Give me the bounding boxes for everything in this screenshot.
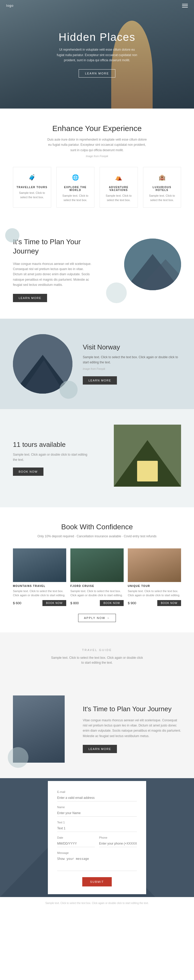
fjord-price: $ 800 bbox=[71, 601, 79, 605]
tours-description: Sample text. Click again or double click… bbox=[13, 452, 92, 462]
unique-price: $ 900 bbox=[128, 601, 136, 605]
plan-right bbox=[102, 236, 181, 303]
guide-description: Sample text. Click to select the text bo… bbox=[50, 655, 144, 665]
mountains-title: MOUNTAINS TRAVEL bbox=[13, 585, 66, 587]
enhance-section: Enhance Your Experience Duis aute irure … bbox=[0, 108, 194, 220]
feature-hotels-title: LUXURIOUS HOTELS bbox=[146, 186, 178, 191]
phone-input[interactable] bbox=[99, 840, 137, 847]
fjord-title: FJORD CRUISE bbox=[71, 585, 123, 587]
guide-section: TRAVEL GUIDE Sample text. Click to selec… bbox=[0, 632, 194, 690]
text1-group: Text 1 bbox=[57, 821, 137, 832]
contact-section: E-mail Name Text 1 Date Phone Message SU… bbox=[0, 778, 194, 897]
tour-card-unique: UNIQUE TOUR Sample text. Click to select… bbox=[128, 549, 181, 606]
mountains-desc: Sample text. Click to select the text bo… bbox=[13, 589, 66, 598]
plan-section: It's Time to Plan Your Journey Vitae con… bbox=[0, 220, 194, 319]
hero-section: Hidden Places Ut reprehenderit in volupt… bbox=[0, 0, 194, 108]
hamburger-menu[interactable] bbox=[182, 4, 188, 8]
logo: logo bbox=[6, 4, 14, 8]
mountains-price: $ 600 bbox=[13, 601, 21, 605]
enhance-img-credit: Image from Freepik bbox=[13, 155, 181, 158]
email-label: E-mail bbox=[57, 790, 137, 794]
apply-now-button[interactable]: APPLY NOW → bbox=[78, 614, 116, 622]
fjord-footer: $ 800 BOOK NOW bbox=[71, 600, 123, 606]
site-footer: Sample text. Click to select the text bo… bbox=[0, 897, 194, 910]
message-input[interactable] bbox=[57, 856, 137, 871]
fjord-image bbox=[71, 549, 123, 582]
plan2-description: Vitae congue mauris rhoncus aenean vel e… bbox=[83, 718, 181, 739]
plan-circle-small bbox=[106, 283, 127, 303]
unique-image bbox=[128, 549, 181, 582]
name-input[interactable] bbox=[57, 810, 137, 817]
unique-book-button[interactable]: BOOK NOW bbox=[157, 600, 181, 606]
guide-label: TRAVEL GUIDE bbox=[50, 648, 144, 652]
unique-footer: $ 900 BOOK NOW bbox=[128, 600, 181, 606]
features-grid: 🧳 TRAVELLER TOURS Sample text. Click to … bbox=[13, 167, 181, 207]
text1-input[interactable] bbox=[57, 825, 137, 832]
tours-cards: MOUNTAINS TRAVEL Sample text. Click to s… bbox=[13, 549, 181, 606]
plan-cta-button[interactable]: LEARN MORE bbox=[13, 294, 47, 302]
footer-text: Sample text. Click to select the text bo… bbox=[13, 901, 181, 905]
plan2-title: It's Time to Plan Your Journey bbox=[83, 705, 181, 714]
norway-cta-button[interactable]: LEARN MORE bbox=[83, 376, 117, 385]
norway-image-wrap bbox=[13, 334, 72, 394]
norway-circle-decor bbox=[59, 381, 78, 399]
hero-description: Ut reprehenderit in voluptate velit esse… bbox=[56, 47, 138, 63]
unique-title: UNIQUE TOUR bbox=[128, 585, 181, 587]
tours-section: 11 tours available Sample text. Click ag… bbox=[0, 409, 194, 508]
plan-left: It's Time to Plan Your Journey Vitae con… bbox=[13, 237, 92, 302]
feature-explore-desc: Sample text. Click to select the text bo… bbox=[59, 194, 92, 202]
feature-hotels: 🏨 LUXURIOUS HOTELS Sample text. Click to… bbox=[143, 167, 181, 207]
plan2-left bbox=[13, 695, 72, 763]
fjord-book-button[interactable]: BOOK NOW bbox=[100, 600, 123, 606]
enhance-description: Duis aute irure dolor in reprehenderit i… bbox=[45, 137, 149, 153]
date-phone-row: Date Phone bbox=[57, 836, 137, 851]
plan2-right: It's Time to Plan Your Journey Vitae con… bbox=[83, 705, 181, 753]
feature-explore: 🌐 EXPLORE THE WORLD Sample text. Click t… bbox=[56, 167, 95, 207]
name-group: Name bbox=[57, 805, 137, 817]
message-label: Message bbox=[57, 851, 137, 854]
feature-adventure-desc: Sample text. Click to select the text bo… bbox=[103, 194, 135, 202]
plan-circle-decor bbox=[5, 228, 19, 242]
submit-button[interactable]: SUBMIT bbox=[82, 877, 112, 886]
contact-form: E-mail Name Text 1 Date Phone Message SU… bbox=[48, 781, 146, 894]
plan-image bbox=[124, 239, 181, 290]
mountains-book-button[interactable]: BOOK NOW bbox=[42, 600, 66, 606]
plan2-section: It's Time to Plan Your Journey Vitae con… bbox=[0, 690, 194, 778]
plan-description: Vitae congue mauris rhoncus aenean vel e… bbox=[13, 261, 92, 288]
norway-section: Visit Norway Sample text. Click to selec… bbox=[0, 319, 194, 409]
date-label: Date bbox=[57, 836, 95, 839]
email-group: E-mail bbox=[57, 790, 137, 802]
mountains-footer: $ 600 BOOK NOW bbox=[13, 600, 66, 606]
plan2-circle-decor bbox=[8, 747, 29, 768]
tours-cta-button[interactable]: BOOK NOW bbox=[13, 468, 43, 476]
plan2-cta-button[interactable]: LEARN MORE bbox=[83, 745, 117, 753]
hero-content: Hidden Places Ut reprehenderit in volupt… bbox=[40, 31, 154, 77]
tour-card-mountains: MOUNTAINS TRAVEL Sample text. Click to s… bbox=[13, 549, 66, 606]
tours-image bbox=[114, 425, 181, 487]
feature-hotels-desc: Sample text. Click to select the text bo… bbox=[146, 194, 178, 202]
date-input[interactable] bbox=[57, 840, 95, 847]
tour-card-fjord: FJORD CRUISE Sample text. Click to selec… bbox=[71, 549, 123, 606]
enhance-title: Enhance Your Experience bbox=[13, 124, 181, 133]
feature-traveller: 🧳 TRAVELLER TOURS Sample text. Click to … bbox=[13, 167, 51, 207]
hotels-icon: 🏨 bbox=[157, 172, 167, 183]
message-group: Message bbox=[57, 851, 137, 872]
unique-desc: Sample text. Click to select the text bo… bbox=[128, 589, 181, 598]
traveller-icon: 🧳 bbox=[27, 172, 37, 183]
hero-cta-button[interactable]: LEARN MORE bbox=[79, 69, 115, 78]
norway-description: Sample text. Click to select the text bo… bbox=[83, 355, 181, 365]
norway-credit: Image from Freepik bbox=[83, 367, 181, 371]
feature-adventure: ⛺ ADVENTURE VACATIONS Sample text. Click… bbox=[99, 167, 138, 207]
book-description: Only 10% deposit required · Cancellation… bbox=[13, 534, 181, 539]
adventure-icon: ⛺ bbox=[114, 172, 124, 183]
email-input[interactable] bbox=[57, 794, 137, 802]
feature-traveller-desc: Sample text. Click to select the text bo… bbox=[16, 191, 48, 199]
date-group: Date bbox=[57, 836, 95, 847]
mountains-image bbox=[13, 549, 66, 582]
phone-group: Phone bbox=[99, 836, 137, 847]
hero-title: Hidden Places bbox=[56, 31, 138, 43]
tours-count: 11 tours available bbox=[13, 441, 92, 449]
norway-right: Visit Norway Sample text. Click to selec… bbox=[83, 343, 181, 384]
site-header: logo bbox=[0, 0, 194, 11]
text1-label: Text 1 bbox=[57, 821, 137, 824]
